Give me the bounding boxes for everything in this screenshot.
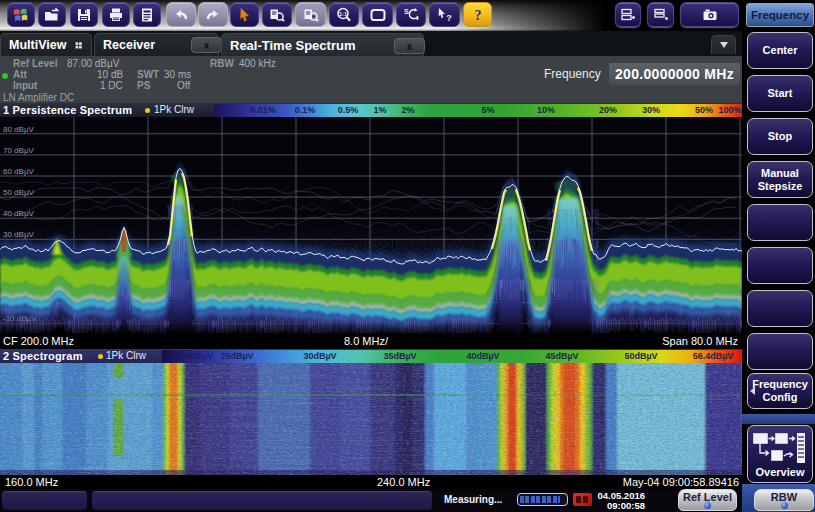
svg-text:1:1: 1:1: [339, 10, 347, 16]
svg-text:40 dBµV: 40 dBµV: [3, 209, 35, 218]
svg-text:-10 dBµV: -10 dBµV: [3, 314, 37, 323]
svg-text:50 dBµV: 50 dBµV: [3, 188, 35, 197]
svg-text:70 dBµV: 70 dBµV: [3, 146, 35, 155]
svg-text:80 dBµV: 80 dBµV: [3, 125, 35, 134]
svg-text:?: ?: [474, 8, 481, 23]
svg-text:60 dBµV: 60 dBµV: [3, 167, 35, 176]
svg-text:S: S: [404, 8, 409, 15]
svg-text:30 dBµV: 30 dBµV: [3, 230, 35, 239]
svg-text:?: ?: [446, 12, 452, 22]
